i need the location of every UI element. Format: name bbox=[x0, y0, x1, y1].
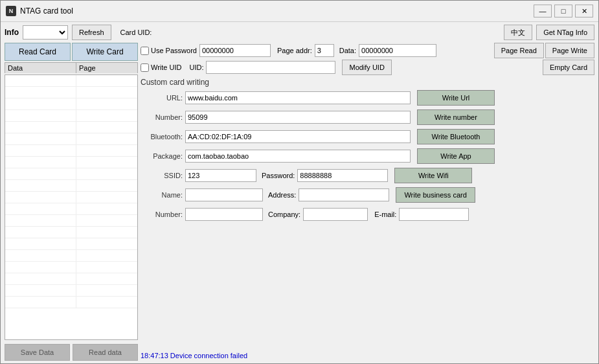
modify-uid-button[interactable]: Modify UID bbox=[342, 60, 391, 75]
table-row bbox=[5, 122, 137, 133]
table-row bbox=[5, 98, 137, 110]
page-read-label: Page Read bbox=[501, 47, 537, 54]
ssid-input[interactable] bbox=[185, 169, 256, 182]
bc-number-label: Number: bbox=[141, 210, 183, 218]
table-row bbox=[5, 262, 137, 273]
wifi-password-label: Password: bbox=[262, 172, 295, 179]
url-input[interactable] bbox=[185, 91, 411, 104]
wifi-password-input[interactable] bbox=[297, 169, 388, 182]
write-business-card-button[interactable]: Write business card bbox=[396, 187, 475, 203]
company-label: Company: bbox=[268, 210, 300, 218]
save-data-button[interactable]: Save Data bbox=[5, 344, 70, 361]
card-uid-label: Card UID: bbox=[120, 28, 152, 36]
table-row bbox=[5, 238, 137, 250]
name-input[interactable] bbox=[185, 188, 263, 201]
name-label: Name: bbox=[141, 191, 183, 199]
table-row bbox=[5, 110, 137, 122]
info-label: Info bbox=[5, 28, 19, 37]
read-card-button[interactable]: Read Card bbox=[5, 43, 71, 61]
use-password-label: Use Password bbox=[151, 47, 197, 54]
table-row bbox=[5, 215, 137, 227]
email-label: E-mail: bbox=[374, 210, 396, 218]
table-row bbox=[5, 203, 137, 215]
write-app-button[interactable]: Write App bbox=[417, 148, 495, 164]
write-wifi-button[interactable]: Write Wifi bbox=[394, 168, 472, 183]
uid-input[interactable] bbox=[206, 61, 335, 74]
app-icon: N bbox=[6, 6, 16, 16]
package-label: Package: bbox=[141, 152, 183, 160]
status-message: 18:47:13 Device connection failed bbox=[141, 349, 594, 361]
empty-card-button[interactable]: Empty Card bbox=[543, 60, 594, 75]
custom-card-title: Custom card writing bbox=[141, 76, 594, 88]
bluetooth-input[interactable] bbox=[185, 130, 411, 143]
company-input[interactable] bbox=[303, 208, 368, 221]
table-row bbox=[5, 87, 137, 98]
device-combo[interactable] bbox=[23, 25, 68, 40]
table-row bbox=[5, 157, 137, 168]
write-card-button[interactable]: Write Card bbox=[72, 43, 138, 61]
data-input[interactable] bbox=[359, 44, 436, 57]
table-row bbox=[5, 75, 137, 87]
table-row bbox=[5, 273, 137, 285]
number-input[interactable] bbox=[185, 111, 411, 124]
table-row bbox=[5, 285, 137, 297]
maximize-button[interactable]: □ bbox=[554, 5, 572, 17]
page-write-button[interactable]: Page Write bbox=[545, 43, 594, 58]
get-ntag-button[interactable]: Get NTag Info bbox=[536, 25, 594, 40]
page-read-button[interactable]: Page Read bbox=[494, 43, 544, 58]
table-row bbox=[5, 145, 137, 157]
table-header-page: Page bbox=[76, 63, 124, 73]
password-input[interactable] bbox=[199, 44, 271, 57]
write-uid-checkbox[interactable] bbox=[141, 63, 149, 72]
data-table bbox=[5, 74, 138, 340]
number-label: Number: bbox=[141, 113, 183, 121]
lang-button[interactable]: 中文 bbox=[504, 25, 532, 40]
table-row bbox=[5, 297, 137, 308]
write-uid-checkbox-label[interactable]: Write UID bbox=[141, 63, 181, 72]
table-header-data: Data bbox=[5, 63, 76, 73]
refresh-button[interactable]: Refresh bbox=[72, 25, 111, 40]
write-url-button[interactable]: Write Url bbox=[417, 90, 495, 106]
bluetooth-label: Bluetooth: bbox=[141, 133, 183, 141]
table-row bbox=[5, 180, 137, 192]
read-data-button[interactable]: Read data bbox=[73, 344, 138, 361]
table-row bbox=[5, 250, 137, 262]
page-addr-label: Page addr: bbox=[277, 47, 312, 54]
data-label: Data: bbox=[339, 47, 356, 54]
page-write-label: Page Write bbox=[552, 47, 587, 54]
uid-label: UID: bbox=[189, 63, 203, 71]
address-label: Address: bbox=[268, 191, 296, 199]
window-title: NTAG card tool bbox=[20, 6, 73, 16]
address-input[interactable] bbox=[299, 188, 389, 201]
table-row bbox=[5, 133, 137, 145]
table-row bbox=[5, 227, 137, 238]
table-row bbox=[5, 168, 137, 180]
page-addr-input[interactable] bbox=[315, 44, 334, 57]
package-input[interactable] bbox=[185, 150, 411, 163]
ssid-label: SSID: bbox=[141, 172, 183, 179]
close-button[interactable]: ✕ bbox=[575, 5, 593, 17]
write-number-button[interactable]: Write number bbox=[417, 109, 495, 125]
use-password-checkbox-label[interactable]: Use Password bbox=[141, 47, 197, 55]
bc-number-input[interactable] bbox=[185, 208, 263, 221]
url-label: URL: bbox=[141, 94, 183, 102]
minimize-button[interactable]: — bbox=[534, 5, 552, 17]
email-input[interactable] bbox=[399, 208, 469, 221]
write-uid-label: Write UID bbox=[151, 63, 181, 71]
table-row bbox=[5, 192, 137, 203]
use-password-checkbox[interactable] bbox=[141, 47, 149, 55]
write-bluetooth-button[interactable]: Write Bluetooth bbox=[417, 129, 495, 144]
